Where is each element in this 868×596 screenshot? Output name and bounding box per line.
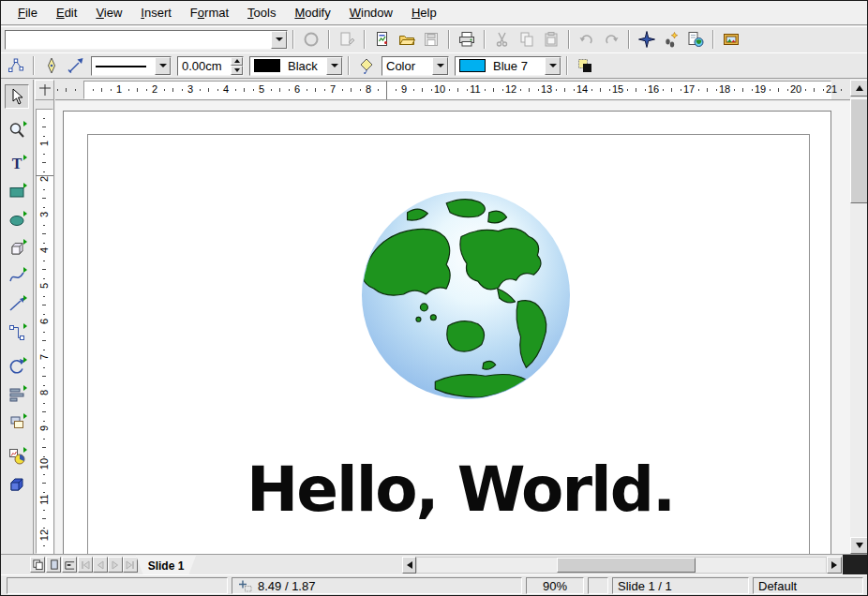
rotate-tool[interactable]: [5, 354, 29, 379]
menu-view[interactable]: View: [86, 3, 131, 22]
area-dialog-button[interactable]: [355, 54, 378, 77]
gallery-icon: [722, 30, 741, 49]
master-view-button[interactable]: [46, 557, 61, 573]
ellipse-tool[interactable]: [5, 208, 29, 232]
line-color-combobox[interactable]: Black: [249, 56, 343, 76]
new-document-button[interactable]: [371, 28, 394, 51]
fill-style-value[interactable]: Color: [382, 59, 432, 73]
drawing-canvas[interactable]: Hello, World.: [55, 101, 850, 554]
arrow-ends-button[interactable]: [65, 54, 87, 77]
menu-window[interactable]: Window: [340, 3, 402, 22]
vertical-scrollbar[interactable]: [850, 80, 868, 554]
navigator-button[interactable]: [636, 28, 658, 51]
separator: [328, 30, 330, 49]
insert-tool[interactable]: [5, 444, 29, 469]
line-color-dropdown-button[interactable]: [326, 57, 342, 75]
horizontal-ruler[interactable]: 123456789101112131415161718192021: [55, 80, 850, 100]
scroll-up-button[interactable]: [850, 80, 868, 97]
line-color-value[interactable]: Black: [284, 59, 326, 73]
stop-button[interactable]: [300, 28, 322, 51]
line-width-value[interactable]: 0.00cm: [178, 59, 231, 73]
text-tool[interactable]: T: [5, 152, 29, 176]
zoom-tool[interactable]: [5, 118, 29, 142]
menu-insert[interactable]: Insert: [131, 3, 181, 22]
arrange-tool[interactable]: [5, 410, 29, 435]
line-style-dropdown-button[interactable]: [155, 57, 171, 75]
v-ruler-number: 4: [38, 244, 50, 257]
last-slide-button[interactable]: [123, 557, 138, 573]
hyperlink-button[interactable]: [684, 28, 707, 51]
fill-style-combobox[interactable]: Color: [382, 56, 449, 76]
curve-tool[interactable]: [5, 264, 29, 289]
next-slide-button[interactable]: [108, 557, 123, 573]
autopilot-button[interactable]: [660, 28, 682, 51]
previous-slide-button[interactable]: [93, 557, 108, 573]
blue-cube-icon: [7, 475, 26, 494]
separator: [712, 30, 714, 49]
fill-color-dropdown-button[interactable]: [545, 57, 561, 75]
paste-button[interactable]: [540, 28, 562, 51]
fill-style-dropdown-button[interactable]: [432, 57, 448, 75]
open-document-button[interactable]: [396, 28, 418, 51]
menu-modify[interactable]: Modify: [285, 3, 339, 22]
spin-up-button[interactable]: [231, 57, 243, 67]
menu-edit[interactable]: Edit: [47, 3, 86, 22]
undo-button[interactable]: [576, 28, 598, 51]
3d-objects-tool[interactable]: [5, 236, 29, 261]
status-zoom[interactable]: 90%: [526, 577, 584, 594]
alignment-tool[interactable]: [5, 382, 29, 407]
redo-button[interactable]: [600, 28, 622, 51]
connector-tool[interactable]: [5, 320, 29, 345]
horizontal-scroll-track[interactable]: [416, 557, 827, 574]
master-view-icon: [48, 559, 60, 571]
hscroll-right-button[interactable]: [827, 557, 842, 574]
status-slide-indicator[interactable]: Slide 1 / 1: [612, 577, 749, 594]
menu-tools[interactable]: Tools: [238, 3, 285, 22]
fill-color-combobox[interactable]: Blue 7: [455, 56, 561, 76]
status-cursor-position[interactable]: 8.49 / 1.87: [232, 577, 522, 594]
v-ruler-number: 9: [38, 422, 50, 435]
menu-format[interactable]: Format: [181, 3, 238, 22]
slide-tab-label: Slide 1: [148, 559, 185, 573]
print-button[interactable]: [456, 28, 478, 51]
spin-down-button[interactable]: [231, 66, 243, 75]
line-width-field[interactable]: 0.00cm: [177, 56, 244, 76]
edit-file-button[interactable]: [336, 28, 358, 51]
copy-button[interactable]: [516, 28, 538, 51]
select-tool[interactable]: [5, 84, 29, 109]
globe-image[interactable]: [359, 188, 573, 402]
status-page-style[interactable]: Default: [753, 577, 863, 594]
page-style-value: Default: [758, 579, 797, 593]
hscroll-left-button[interactable]: [402, 557, 416, 574]
lines-arrows-tool[interactable]: [5, 292, 29, 317]
slide-page[interactable]: Hello, World.: [63, 111, 831, 554]
first-slide-button[interactable]: [78, 557, 93, 573]
shadow-button[interactable]: [574, 54, 596, 77]
vertical-ruler[interactable]: 123456789101112: [35, 100, 54, 554]
fill-color-value[interactable]: Blue 7: [489, 59, 545, 73]
save-document-button[interactable]: [420, 28, 442, 51]
chevron-down-icon: [437, 64, 444, 67]
slide-title-text[interactable]: Hello, World.: [64, 456, 831, 524]
tab-slide-1[interactable]: Slide 1: [136, 556, 196, 575]
menu-file[interactable]: File: [8, 3, 47, 22]
url-combobox[interactable]: [5, 30, 288, 50]
line-dialog-button[interactable]: [40, 54, 63, 77]
cut-button[interactable]: [491, 28, 514, 51]
autopilot-icon: [662, 30, 681, 49]
edit-points-button[interactable]: [5, 54, 27, 77]
slide-view-button[interactable]: [30, 557, 45, 573]
horizontal-scroll-thumb[interactable]: [557, 558, 696, 573]
menu-help[interactable]: Help: [402, 3, 446, 22]
copy-icon: [517, 30, 536, 49]
scroll-down-button[interactable]: [850, 537, 868, 554]
line-style-combobox[interactable]: [91, 56, 172, 76]
gallery-button[interactable]: [720, 28, 742, 51]
ruler-origin-button[interactable]: [35, 80, 54, 100]
line-width-spinner[interactable]: [231, 57, 243, 75]
url-dropdown-button[interactable]: [271, 31, 287, 49]
rectangle-tool[interactable]: [5, 180, 29, 204]
effects-3d-tool[interactable]: [5, 472, 29, 497]
vertical-scroll-thumb[interactable]: [850, 98, 868, 203]
layer-view-button[interactable]: [62, 557, 77, 573]
